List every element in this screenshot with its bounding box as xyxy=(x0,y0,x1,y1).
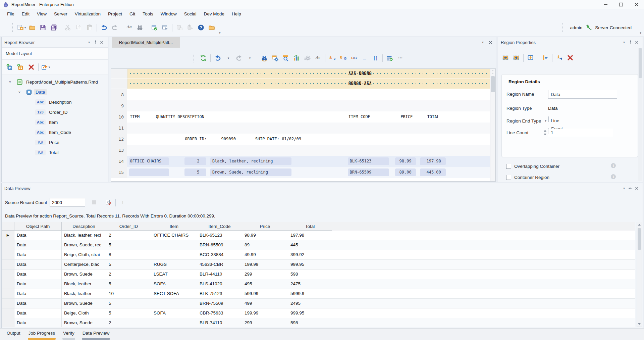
scroll-up-button[interactable] xyxy=(637,222,642,227)
add-region-button[interactable] xyxy=(5,62,15,72)
menu-item-window[interactable]: Window xyxy=(157,11,180,16)
grid-column-header[interactable]: Order_ID xyxy=(106,222,151,231)
menu-item-help[interactable]: Help xyxy=(228,11,245,16)
report-line[interactable]: 12ORDER ID:909090SHIP DATE: 01/02/09 xyxy=(111,134,490,145)
field-highlight-box[interactable] xyxy=(129,168,169,176)
match-numeric-button[interactable]: 09 xyxy=(338,53,348,63)
grid-row[interactable]: ▶DataBlack, leather, recl2OFFICE CHAIRSB… xyxy=(2,231,635,240)
panel-scrollbar[interactable] xyxy=(638,48,642,181)
warnings-button[interactable]: ! xyxy=(118,197,128,207)
menu-item-view[interactable]: View xyxy=(33,11,50,16)
report-line[interactable]: 10ITEMQUANTITYDESCRIPTIONITEM-CODEPRICET… xyxy=(111,111,490,123)
refresh-button[interactable] xyxy=(198,53,208,63)
source-record-count-input[interactable] xyxy=(50,198,85,207)
line-count-stepper[interactable] xyxy=(548,128,549,134)
add-field-button[interactable] xyxy=(15,62,25,72)
bottom-tab-output[interactable]: Output xyxy=(3,329,24,336)
menu-item-git[interactable]: Git xyxy=(126,11,139,16)
region-end-type-select[interactable]: Line Count ▾ xyxy=(548,116,549,122)
more-options-button[interactable]: ••• xyxy=(395,53,406,63)
region-name-input[interactable] xyxy=(548,90,617,99)
grid-row[interactable]: DataCenterpiece, blac5RUGS45633-CBR199.9… xyxy=(2,260,635,270)
tree-expander-icon[interactable]: ˅ xyxy=(18,90,20,94)
toolbar-overflow-icon[interactable]: ▾ xyxy=(219,31,221,35)
bottom-tab-verify[interactable]: Verify xyxy=(59,329,78,336)
report-line[interactable]: 9 xyxy=(111,100,490,111)
report-line[interactable]: 155Brown, Suede, recliningBRN-6550989.00… xyxy=(111,167,490,178)
container-region-checkbox[interactable] xyxy=(506,175,511,180)
toolbar-overflow-icon[interactable]: ▾ xyxy=(640,31,641,35)
pin-button[interactable] xyxy=(627,185,634,191)
report-line[interactable]: 8 xyxy=(111,89,490,100)
line-count-input[interactable] xyxy=(548,129,613,137)
tab-close-button[interactable] xyxy=(487,39,494,45)
delete-node-button[interactable] xyxy=(26,62,36,72)
match-alpha-button[interactable]: az xyxy=(327,53,337,63)
match-alphanumeric-button[interactable]: a-z0-9 xyxy=(349,53,359,63)
new-report-button[interactable]: ▾ xyxy=(16,22,26,33)
save-all-button[interactable] xyxy=(49,22,59,33)
tree-expander-icon[interactable]: ˅ xyxy=(9,80,11,84)
report-line[interactable]: 11 xyxy=(111,123,490,134)
spin-up-button[interactable] xyxy=(542,129,548,133)
apply-pattern-button[interactable] xyxy=(554,53,565,63)
refresh-preview-button[interactable] xyxy=(103,197,113,207)
tree-node-report-model[interactable]: ˅ReportModel_MultiplePatterns.Rmd xyxy=(2,77,108,87)
menu-item-project[interactable]: Project xyxy=(104,11,126,16)
pin-button[interactable] xyxy=(627,39,634,45)
tree-node-description[interactable]: AbcDescription xyxy=(2,97,108,107)
grid-column-header[interactable]: Item_Code xyxy=(197,222,242,231)
toolbar-grip[interactable] xyxy=(562,23,564,32)
menu-item-virtualization[interactable]: Virtualization xyxy=(71,11,104,16)
previous-region-button[interactable] xyxy=(500,53,511,63)
pattern-row[interactable]: ÃÃÃ-ÑÑÑÑÑ xyxy=(111,69,490,79)
close-button[interactable] xyxy=(629,0,644,9)
undo-button[interactable] xyxy=(213,53,223,63)
grid-row[interactable]: DataBlack, leather5SOFABLS-410204952475 xyxy=(2,279,635,289)
stop-button[interactable] xyxy=(89,197,99,207)
info-icon[interactable]: i xyxy=(611,174,616,179)
panel-menu-button[interactable]: ▾ xyxy=(86,39,92,45)
redo-button[interactable] xyxy=(110,22,120,33)
tree-node-item-code[interactable]: AbcItem_Code xyxy=(2,127,108,137)
grid-column-header[interactable]: Object Path xyxy=(14,222,62,231)
run-window-button[interactable] xyxy=(160,22,170,33)
grid-row[interactable]: DataBeige, Cloth, strai8BCO-3388449.9939… xyxy=(2,250,635,260)
grid-column-header[interactable]: Total xyxy=(288,222,332,231)
tab-list-button[interactable]: ▾ xyxy=(480,39,486,45)
menu-item-file[interactable]: File xyxy=(3,11,18,16)
report-vertical-scrollbar[interactable] xyxy=(490,69,495,181)
undo-button[interactable] xyxy=(99,22,109,33)
info-icon[interactable]: i xyxy=(611,163,616,168)
menu-item-server[interactable]: Server xyxy=(50,11,71,16)
scroll-down-button[interactable] xyxy=(637,322,642,327)
search-pattern-button[interactable] xyxy=(281,53,291,63)
analyze-button[interactable] xyxy=(291,53,302,63)
help-button[interactable] xyxy=(196,22,206,33)
next-region-button[interactable] xyxy=(511,53,521,63)
font-button[interactable]: Aa xyxy=(124,22,134,33)
document-tab[interactable]: ReportModel_MultiplePatt... xyxy=(112,37,180,48)
match-whitespace-button[interactable]: _ xyxy=(360,53,370,63)
grid-column-header[interactable]: Price xyxy=(242,222,288,231)
maximize-button[interactable] xyxy=(613,0,629,9)
grid-row[interactable]: DataBeige, Cloth5SOFACBR-75633199.99999.… xyxy=(2,308,635,318)
grid-row[interactable]: DataBrown, Suede2LSEATBLR-44110299598 xyxy=(2,270,635,279)
grid-vertical-scrollbar[interactable] xyxy=(637,222,642,327)
minimize-button[interactable] xyxy=(598,0,613,9)
pin-button[interactable] xyxy=(92,39,99,45)
grid-row[interactable]: DataBrown, Suede2BLR-74110299598 xyxy=(2,318,635,327)
menu-item-dev-mode[interactable]: Dev Mode xyxy=(200,11,228,16)
scrollbar-thumb[interactable] xyxy=(638,228,641,250)
panel-close-button[interactable] xyxy=(99,39,105,45)
auto-create-fields-button[interactable] xyxy=(270,53,280,63)
menu-item-social[interactable]: Social xyxy=(180,11,200,16)
toolbar-grip[interactable] xyxy=(12,23,14,32)
splitter-handle-icon[interactable] xyxy=(491,69,495,75)
field-highlight-box[interactable] xyxy=(184,157,206,165)
open-button[interactable] xyxy=(27,22,37,33)
pattern-row[interactable]: ÑÑÑÑÑ-ÃÃÃ xyxy=(111,79,490,89)
panel-close-button[interactable] xyxy=(634,185,640,191)
overlapping-container-checkbox[interactable] xyxy=(506,164,511,169)
save-button[interactable] xyxy=(38,22,48,33)
